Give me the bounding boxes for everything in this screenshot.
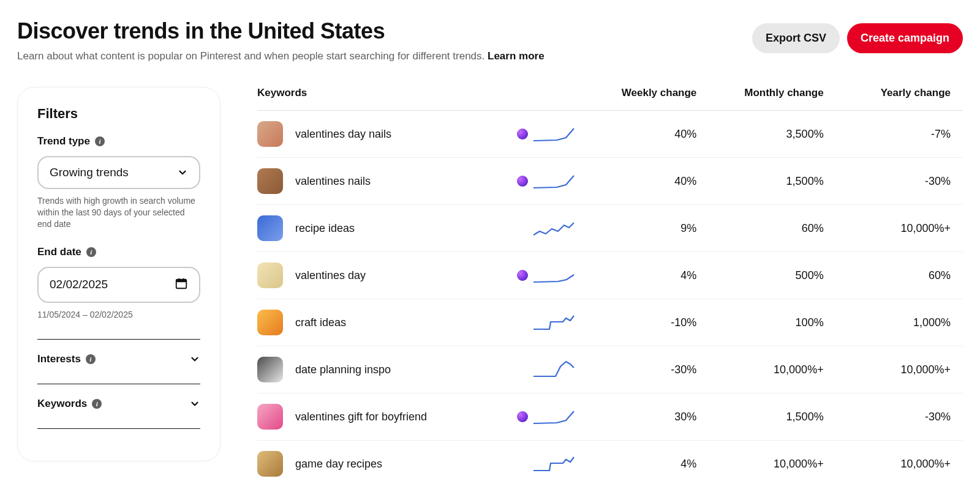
monthly-change: 3,500% [709,128,835,141]
export-csv-button[interactable]: Export CSV [752,23,840,53]
table-row[interactable]: valentines day4%500%60% [257,252,963,299]
monthly-change: 1,500% [709,411,835,423]
sparkline-icon [532,452,576,476]
yearly-change: 10,000%+ [836,222,963,235]
sparkline-icon [532,358,576,382]
weekly-change: 4% [582,269,709,282]
crystal-ball-icon [517,270,528,281]
divider [37,428,200,429]
table-header: Keywords Weekly change Monthly change Ye… [257,87,963,111]
col-monthly: Monthly change [709,87,835,99]
table-row[interactable]: date planning inspo-30%10,000%+10,000%+ [257,346,963,393]
table-row[interactable]: recipe ideas9%60%10,000%+ [257,205,963,252]
yearly-change: 10,000%+ [836,363,963,376]
chevron-down-icon [189,398,200,409]
keyword-text: valentines nails [295,175,371,188]
keyword-thumbnail [257,262,283,288]
chevron-down-icon [189,354,200,365]
keyword-text: valentines day [295,269,366,282]
end-date-label: End date i [37,246,200,258]
keyword-thumbnail [257,215,283,241]
keyword-thumbnail [257,168,283,194]
subtitle-text: Learn about what content is popular on P… [17,50,488,62]
weekly-change: 9% [582,222,709,235]
sparkline-icon [532,405,576,429]
table-row[interactable]: valentines nails40%1,500%-30% [257,158,963,205]
monthly-change: 10,000%+ [709,458,835,471]
col-keywords: Keywords [257,87,490,99]
weekly-change: 30% [582,411,709,423]
end-date-value: 02/02/2025 [50,278,108,291]
info-icon[interactable]: i [86,354,96,364]
divider [37,384,200,384]
table-row[interactable]: valentines day nails40%3,500%-7% [257,111,963,158]
table-row[interactable]: game day recipes4%10,000%+10,000%+ [257,441,963,484]
interests-section-toggle[interactable]: Interests i [37,353,200,365]
interests-label: Interests [37,353,81,365]
monthly-change: 100% [709,316,835,329]
info-icon[interactable]: i [92,399,102,409]
table-row[interactable]: craft ideas-10%100%1,000% [257,299,963,346]
sparkline-icon [532,311,576,335]
keyword-text: valentines day nails [295,128,391,141]
keyword-thumbnail [257,310,283,335]
divider [37,339,200,340]
sparkline-icon [532,217,576,240]
trend-type-value: Growing trends [50,166,129,179]
keyword-thumbnail [257,451,283,477]
chevron-down-icon [177,167,188,178]
yearly-change: -30% [836,411,963,423]
table-row[interactable]: valentines gift for boyfriend30%1,500%-3… [257,393,963,441]
crystal-ball-icon [517,128,528,140]
crystal-ball-icon [517,176,528,187]
keyword-text: craft ideas [295,316,346,329]
keywords-label: Keywords [37,398,87,410]
weekly-change: 40% [582,175,709,188]
sparkline-icon [532,169,576,193]
calendar-icon [175,277,188,293]
yearly-change: 1,000% [836,316,963,329]
yearly-change: 60% [836,269,963,282]
end-date-label-text: End date [37,246,81,258]
create-campaign-button[interactable]: Create campaign [847,23,963,53]
keywords-section-toggle[interactable]: Keywords i [37,398,200,410]
yearly-change: -30% [836,175,963,188]
info-icon[interactable]: i [86,247,96,257]
crystal-ball-icon [517,411,528,422]
info-icon[interactable]: i [95,136,105,146]
page-subtitle: Learn about what content is popular on P… [17,50,545,62]
keyword-text: valentines gift for boyfriend [295,411,427,423]
weekly-change: 40% [582,128,709,141]
keyword-thumbnail [257,404,283,430]
monthly-change: 60% [709,222,835,235]
keyword-thumbnail [257,357,283,382]
yearly-change: -7% [836,128,963,141]
keyword-thumbnail [257,121,283,147]
monthly-change: 500% [709,269,835,282]
keyword-text: recipe ideas [295,222,355,235]
svg-rect-1 [176,279,187,282]
trend-type-help: Trends with high growth in search volume… [37,195,200,230]
learn-more-link[interactable]: Learn more [488,50,545,62]
weekly-change: -30% [582,363,709,376]
end-date-input[interactable]: 02/02/2025 [37,267,200,303]
trends-table: Keywords Weekly change Monthly change Ye… [257,87,963,484]
keyword-text: game day recipes [295,458,382,471]
monthly-change: 10,000%+ [709,363,835,376]
monthly-change: 1,500% [709,175,835,188]
col-yearly: Yearly change [836,87,963,99]
filters-panel: Filters Trend type i Growing trends Tren… [17,87,221,461]
keyword-text: date planning inspo [295,363,391,376]
trend-type-label: Trend type i [37,135,200,147]
page-title: Discover trends in the United States [17,18,545,44]
sparkline-icon [532,122,576,146]
trend-type-select[interactable]: Growing trends [37,156,200,189]
trend-type-label-text: Trend type [37,135,90,147]
sparkline-icon [532,264,576,288]
yearly-change: 10,000%+ [836,458,963,471]
weekly-change: 4% [582,458,709,471]
weekly-change: -10% [582,316,709,329]
col-weekly: Weekly change [582,87,709,99]
filters-heading: Filters [37,106,200,122]
date-range-help: 11/05/2024 – 02/02/2025 [37,309,200,321]
